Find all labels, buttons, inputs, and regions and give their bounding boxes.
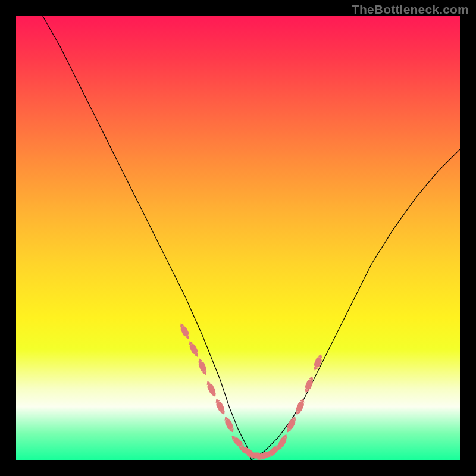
marker-point [178,322,191,340]
chart-svg [16,16,460,460]
marker-point [294,397,306,416]
marker-point [205,380,218,398]
marker-point [303,375,315,394]
marker-point [284,415,298,434]
marker-point [214,397,227,416]
svg-rect-42 [304,378,314,390]
watermark-text: TheBottleneck.com [352,2,469,17]
svg-rect-6 [198,361,207,372]
right-curve [251,149,460,460]
chart-area [16,16,460,460]
marker-group [178,322,324,460]
marker-point [187,340,200,358]
marker-point [196,358,208,377]
svg-rect-45 [313,356,322,368]
left-curve [43,16,252,460]
